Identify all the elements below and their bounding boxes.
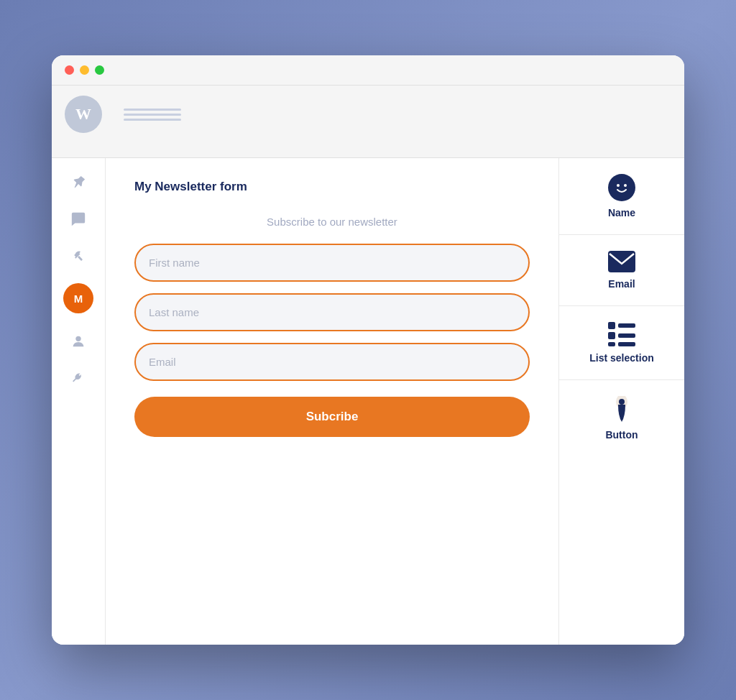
sidebar-right-name[interactable]: Name <box>559 158 684 235</box>
menu-line-1 <box>124 109 181 111</box>
svg-point-2 <box>608 174 635 201</box>
menu-line-3 <box>124 119 181 121</box>
svg-rect-10 <box>608 342 615 346</box>
sidebar-tool2-icon[interactable] <box>52 237 105 273</box>
sidebar-wrench-icon[interactable] <box>52 359 105 395</box>
svg-rect-5 <box>608 251 635 272</box>
sidebar-comment-icon[interactable] <box>52 201 105 237</box>
sidebar-person-icon[interactable] <box>52 323 105 359</box>
close-dot[interactable] <box>65 65 74 75</box>
left-sidebar: M <box>52 158 106 645</box>
list-selection-icon <box>608 322 635 346</box>
email-icon <box>608 251 635 272</box>
svg-point-4 <box>624 184 627 187</box>
list-selection-label: List selection <box>589 352 653 364</box>
maximize-dot[interactable] <box>95 65 104 75</box>
email-input[interactable] <box>134 343 530 381</box>
user-avatar: M <box>63 283 93 313</box>
wp-logo-text: W <box>75 105 91 124</box>
subscribe-button[interactable]: Subcribe <box>134 397 530 437</box>
content-area: My Newsletter form Subscribe to our news… <box>106 158 558 645</box>
svg-point-3 <box>617 184 620 187</box>
sidebar-right-list[interactable]: List selection <box>559 306 684 380</box>
touch-icon <box>610 396 634 423</box>
svg-rect-6 <box>608 322 615 329</box>
svg-rect-0 <box>78 256 83 261</box>
svg-rect-7 <box>618 323 635 328</box>
sidebar-right-button[interactable]: Button <box>559 380 684 456</box>
svg-point-13 <box>619 399 625 405</box>
form-subtitle: Subscribe to our newsletter <box>134 216 530 228</box>
browser-window: W <box>52 55 684 645</box>
right-sidebar: Name Email List <box>558 158 684 645</box>
svg-rect-11 <box>618 342 635 346</box>
header-row: W <box>52 86 684 158</box>
sidebar-pin-icon[interactable] <box>52 165 105 201</box>
name-label: Name <box>608 207 635 218</box>
sidebar-right-email[interactable]: Email <box>559 235 684 306</box>
sidebar-user-avatar[interactable]: M <box>52 273 105 323</box>
main-layout: M My Newsletter form Subscribe to our ne… <box>52 158 684 645</box>
title-bar <box>52 55 684 86</box>
svg-rect-8 <box>608 332 615 339</box>
wp-logo: W <box>65 96 102 133</box>
button-label: Button <box>605 429 638 441</box>
menu-lines <box>116 109 188 121</box>
menu-line-2 <box>124 114 181 116</box>
email-label: Email <box>608 278 635 290</box>
smiley-icon <box>608 174 635 201</box>
form-title: My Newsletter form <box>134 180 530 194</box>
svg-rect-9 <box>618 333 635 338</box>
minimize-dot[interactable] <box>80 65 89 75</box>
last-name-input[interactable] <box>134 293 530 331</box>
newsletter-form: Subscribe to our newsletter Subcribe <box>134 216 530 437</box>
svg-point-1 <box>75 336 80 341</box>
first-name-input[interactable] <box>134 244 530 282</box>
